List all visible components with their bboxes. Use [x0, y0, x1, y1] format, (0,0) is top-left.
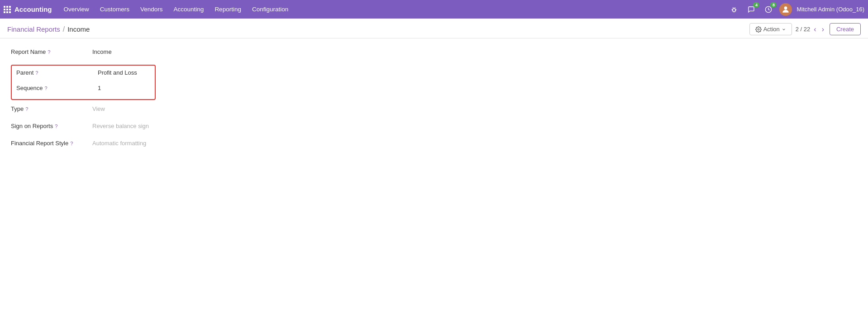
- sequence-value: 1: [98, 84, 101, 91]
- report-name-value: Income: [92, 48, 112, 55]
- pagination-text: 2 / 22: [796, 26, 811, 33]
- topnav-right: 4 8 Mitchell Admin (Odoo_16): [728, 3, 864, 16]
- svg-point-1: [784, 6, 787, 10]
- clock-icon[interactable]: 8: [762, 3, 775, 16]
- svg-point-2: [758, 29, 759, 30]
- pagination: 2 / 22 ‹ ›: [796, 26, 826, 33]
- pagination-next[interactable]: ›: [820, 26, 826, 33]
- parent-help[interactable]: ?: [35, 70, 38, 76]
- sequence-label: Sequence ?: [16, 84, 98, 91]
- sign-on-reports-value: Reverse balance sign: [92, 122, 149, 129]
- financial-report-style-row: Financial Report Style ? Automatic forma…: [11, 139, 857, 152]
- type-help[interactable]: ?: [25, 106, 28, 112]
- parent-label: Parent ?: [16, 68, 98, 76]
- app-brand[interactable]: Accounting: [14, 5, 52, 13]
- report-name-label: Report Name ?: [11, 48, 92, 55]
- financial-report-style-label: Financial Report Style ?: [11, 139, 92, 147]
- create-button[interactable]: Create: [830, 23, 861, 35]
- gear-icon: [755, 26, 762, 33]
- subheader: Financial Reports / Income Action 2 / 22…: [0, 19, 868, 38]
- action-button[interactable]: Action: [749, 23, 792, 35]
- username-label[interactable]: Mitchell Admin (Odoo_16): [796, 6, 864, 13]
- report-name-row: Report Name ? Income: [11, 48, 857, 60]
- sign-on-reports-row: Sign on Reports ? Reverse balance sign: [11, 122, 857, 134]
- type-label: Type ?: [11, 105, 92, 112]
- main-content: Report Name ? Income Parent ? Profit and…: [0, 38, 868, 165]
- parent-value: Profit and Loss: [98, 68, 137, 76]
- sequence-help[interactable]: ?: [45, 86, 48, 91]
- breadcrumb-current: Income: [67, 25, 90, 33]
- breadcrumb-separator: /: [63, 25, 65, 33]
- menu-overview[interactable]: Overview: [59, 4, 94, 14]
- breadcrumb: Financial Reports / Income: [7, 25, 90, 33]
- highlight-box: Parent ? Profit and Loss Sequence ? 1: [11, 65, 156, 100]
- type-value: View: [92, 105, 105, 112]
- top-navigation: Accounting Overview Customers Vendors Ac…: [0, 0, 868, 19]
- subheader-right: Action 2 / 22 ‹ › Create: [749, 23, 861, 35]
- parent-row: Parent ? Profit and Loss: [16, 68, 150, 81]
- sequence-row: Sequence ? 1: [16, 84, 150, 96]
- top-menu: Overview Customers Vendors Accounting Re…: [59, 4, 728, 14]
- bug-icon[interactable]: [728, 3, 740, 16]
- financial-report-style-help[interactable]: ?: [70, 141, 73, 146]
- clock-badge: 8: [770, 2, 777, 8]
- menu-customers[interactable]: Customers: [95, 4, 134, 14]
- report-name-help[interactable]: ?: [48, 49, 50, 55]
- sign-on-reports-help[interactable]: ?: [55, 124, 57, 129]
- apps-icon[interactable]: [4, 6, 11, 13]
- menu-configuration[interactable]: Configuration: [248, 4, 293, 14]
- menu-vendors[interactable]: Vendors: [136, 4, 167, 14]
- type-row: Type ? View: [11, 105, 857, 117]
- chat-icon[interactable]: 4: [745, 3, 758, 16]
- pagination-prev[interactable]: ‹: [812, 26, 818, 33]
- breadcrumb-parent-link[interactable]: Financial Reports: [7, 25, 60, 33]
- financial-report-style-value: Automatic formatting: [92, 139, 146, 147]
- sign-on-reports-label: Sign on Reports ?: [11, 122, 92, 129]
- action-label: Action: [763, 26, 780, 33]
- chat-badge: 4: [753, 2, 759, 8]
- menu-accounting[interactable]: Accounting: [169, 4, 209, 14]
- avatar[interactable]: [779, 3, 792, 16]
- chevron-down-icon: [782, 27, 786, 32]
- menu-reporting[interactable]: Reporting: [210, 4, 246, 14]
